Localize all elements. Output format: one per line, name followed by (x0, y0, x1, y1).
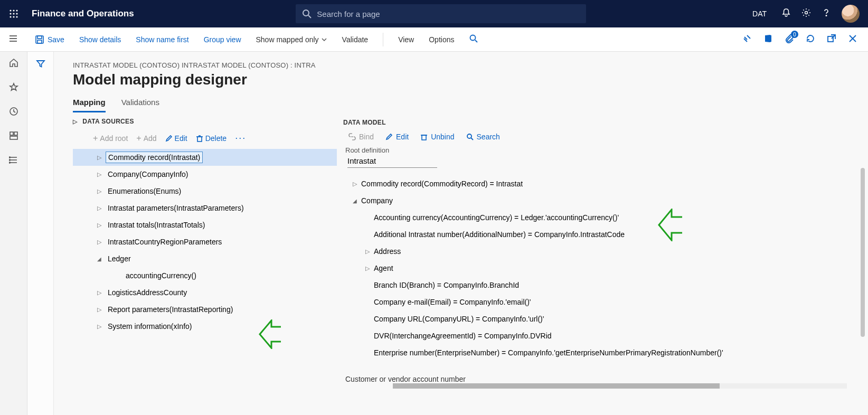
chevron-right-icon[interactable]: ▷ (348, 181, 361, 187)
save-button[interactable]: Save (35, 35, 64, 44)
dm-tree-label: Additional Intrastat number(AdditionalNu… (374, 230, 625, 239)
view-menu[interactable]: View (398, 35, 414, 44)
user-avatar[interactable] (842, 5, 860, 23)
svg-point-1 (13, 10, 14, 11)
filter-icon[interactable] (36, 59, 45, 415)
search-action-icon[interactable] (469, 34, 478, 45)
ds-tree-row[interactable]: ▷Report parameters(IntrastatReporting) (73, 301, 337, 318)
chevron-right-icon[interactable]: ▷ (93, 323, 106, 330)
page-title: Model mapping designer (73, 71, 868, 88)
ds-tree-row[interactable]: ▷LogisticsAddressCounty (73, 284, 337, 301)
vertical-scrollbar[interactable] (860, 168, 866, 358)
annotation-arrow-left (259, 319, 282, 349)
dm-tree-row[interactable]: ▷Commodity record(CommodityRecord) = Int… (343, 175, 868, 192)
tab-validations[interactable]: Validations (121, 98, 159, 112)
popout-icon[interactable] (827, 34, 836, 45)
dm-tree-row[interactable]: ▷Agent (343, 260, 868, 277)
dm-tree-row[interactable]: Accounting currency(AccountingCurrency) … (343, 209, 868, 226)
modules-icon[interactable] (9, 155, 18, 167)
ds-delete-button[interactable]: Delete (196, 134, 227, 143)
chevron-right-icon[interactable]: ▷ (93, 188, 106, 195)
ds-more-icon[interactable]: ··· (235, 133, 246, 144)
chevron-right-icon[interactable]: ▷ (93, 306, 106, 313)
notifications-icon[interactable] (781, 8, 791, 20)
svg-rect-16 (36, 36, 43, 43)
dm-tree-row[interactable]: Branch ID(Branch) = CompanyInfo.BranchId (343, 277, 868, 294)
favorites-icon[interactable] (9, 82, 18, 94)
ds-collapse-icon[interactable]: ▷ (73, 118, 77, 125)
ds-tree-row[interactable]: ▷Enumerations(Enums) (73, 183, 337, 200)
validate-button[interactable]: Validate (342, 35, 369, 44)
dm-tree-label: Commodity record(CommodityRecord) = Intr… (361, 180, 523, 188)
add-root-button: +Add root (93, 134, 128, 143)
ds-tree-label: Ledger (106, 253, 133, 264)
svg-point-33 (9, 162, 10, 163)
dm-tree-row[interactable]: Additional Intrastat number(AdditionalNu… (343, 226, 868, 243)
ds-tree-row[interactable]: ▷System information(xInfo) (73, 318, 337, 335)
ds-edit-button[interactable]: Edit (165, 134, 187, 143)
action-bar: Save Show details Show name first Group … (0, 27, 868, 52)
chevron-right-icon[interactable]: ▷ (93, 239, 106, 246)
settings-gear-icon[interactable] (801, 8, 811, 20)
help-icon[interactable] (822, 8, 831, 20)
dm-tree-row[interactable]: ◢Company (343, 192, 868, 209)
workspaces-icon[interactable] (9, 131, 18, 143)
ds-tree-row[interactable]: ▷Intrastat parameters(IntrastatParameter… (73, 200, 337, 216)
dm-edit-button[interactable]: Edit (385, 133, 409, 141)
link-icon[interactable] (742, 34, 752, 45)
svg-point-11 (805, 12, 808, 14)
dm-tree-row[interactable]: Company URL(CompanyURL) = CompanyInfo.'u… (343, 310, 868, 327)
show-mapped-only-dropdown[interactable]: Show mapped only (256, 35, 327, 44)
home-icon[interactable] (9, 58, 18, 70)
company-indicator[interactable]: DAT (748, 10, 771, 18)
dm-tree-row[interactable]: ▷Address (343, 243, 868, 260)
chevron-right-icon[interactable]: ▷ (93, 205, 106, 212)
ds-tree-label: accountingCurrency() (124, 270, 199, 281)
unbind-button[interactable]: Unbind (420, 133, 454, 141)
horizontal-scrollbar[interactable] (393, 383, 847, 389)
chevron-right-icon[interactable]: ▷ (361, 265, 374, 272)
tab-mapping[interactable]: Mapping (73, 98, 106, 112)
chevron-right-icon[interactable]: ▷ (361, 248, 374, 255)
show-details-button[interactable]: Show details (79, 35, 121, 44)
app-launcher-icon[interactable] (0, 9, 27, 18)
svg-line-10 (308, 15, 311, 18)
ds-tree-row[interactable]: ▷Company(CompanyInfo) (73, 166, 337, 183)
ds-tree-label: Enumerations(Enums) (106, 186, 183, 196)
global-search[interactable]: Search for a page (296, 4, 586, 23)
chevron-down-icon[interactable]: ◢ (93, 256, 106, 262)
ds-tree-label: IntrastatCountryRegionParameters (106, 237, 224, 247)
ds-tree-row[interactable]: ◢Ledger (73, 250, 337, 267)
office-icon[interactable] (763, 34, 773, 45)
show-name-first-button[interactable]: Show name first (136, 35, 188, 44)
root-definition-value[interactable]: Intrastat (347, 156, 437, 168)
chevron-right-icon[interactable]: ▷ (93, 289, 106, 296)
recent-icon[interactable] (9, 107, 18, 118)
svg-point-4 (13, 13, 14, 14)
chevron-down-icon[interactable]: ◢ (348, 198, 361, 204)
dm-tree-row[interactable]: DVR(InterchangeAgreementId) = CompanyInf… (343, 327, 868, 344)
data-sources-panel: ▷ DATA SOURCES +Add root +Add Edit Delet… (73, 118, 337, 392)
ds-tree-row[interactable]: accountingCurrency() (73, 267, 337, 284)
ds-tree-row[interactable]: ▷IntrastatCountryRegionParameters (73, 233, 337, 250)
close-icon[interactable] (848, 34, 857, 45)
chevron-right-icon[interactable]: ▷ (93, 222, 106, 229)
group-view-button[interactable]: Group view (204, 35, 241, 44)
ds-tree-row[interactable]: ▷Intrastat totals(IntrastatTotals) (73, 216, 337, 233)
svg-rect-25 (10, 132, 13, 135)
dm-tree-row[interactable]: Enterprise number(EnterpriseNumber) = Co… (343, 344, 868, 361)
dm-tree-label: Agent (374, 264, 393, 272)
dm-search-button[interactable]: Search (466, 133, 500, 141)
svg-rect-34 (197, 137, 202, 142)
footer-note: Customer or vendor account number (345, 375, 868, 383)
options-menu[interactable]: Options (429, 35, 454, 44)
chevron-right-icon[interactable]: ▷ (93, 171, 106, 178)
tab-strip: Mapping Validations (73, 98, 868, 112)
svg-point-5 (16, 13, 17, 14)
nav-toggle-icon[interactable] (8, 34, 18, 45)
refresh-icon[interactable] (806, 34, 815, 45)
chevron-right-icon[interactable]: ▷ (93, 154, 106, 161)
attachments-icon[interactable]: 0 (785, 34, 794, 45)
dm-tree-row[interactable]: Company e-mail(Email) = CompanyInfo.'ema… (343, 294, 868, 310)
ds-tree-row[interactable]: ▷Commodity record(Intrastat) (73, 149, 337, 166)
